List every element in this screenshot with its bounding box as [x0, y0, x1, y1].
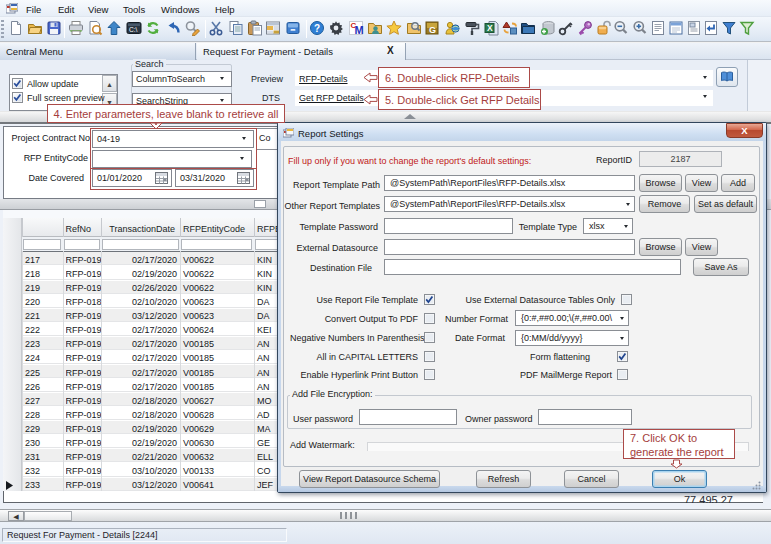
- svg-text:G: G: [429, 25, 436, 35]
- svg-text:?: ?: [314, 23, 320, 34]
- svg-text:X: X: [487, 23, 493, 33]
- svg-text:C:\: C:\: [129, 26, 138, 33]
- svg-text:M: M: [355, 24, 364, 36]
